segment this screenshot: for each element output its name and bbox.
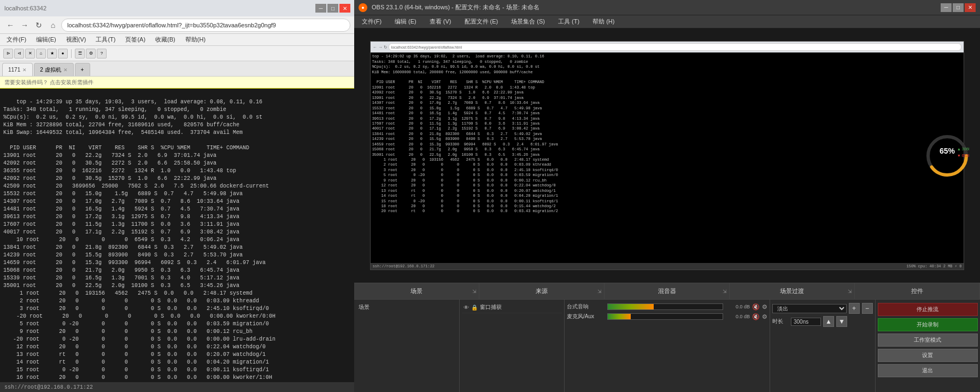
obs-tab-mixer[interactable]: 混音器 ⇲ — [605, 283, 730, 299]
toolbar-btn-2[interactable]: ⊲ — [14, 49, 24, 58]
obs-tab-source[interactable]: 来源 ⇲ — [479, 283, 605, 299]
refresh-button[interactable]: ↻ — [33, 19, 45, 31]
browser-menu-edit[interactable]: 编辑(E) — [32, 34, 61, 45]
start-recording-button[interactable]: 开始录制 — [878, 318, 978, 331]
address-bar[interactable] — [61, 19, 350, 32]
scene-panel-resize[interactable]: ⇲ — [472, 289, 477, 294]
mixer-desktop-settings[interactable]: ⚙ — [762, 303, 767, 311]
transition-duration-input[interactable] — [791, 318, 821, 326]
forward-button[interactable]: → — [19, 19, 31, 31]
svg-text:65%: 65% — [940, 147, 955, 155]
toolbar-btn-7[interactable]: ☰ — [75, 49, 85, 58]
mixer-desktop-label: 台式音响 — [567, 303, 605, 311]
obs-titlebar: ● OBS 23.1.0 (64-bit, windows) - 配置文件: 未… — [354, 0, 980, 15]
browser-statusbar: ssh://root@192.168.0.171:22 — [0, 382, 355, 392]
obs-menubar: 文件(F) 编辑 (E) 查看 (V) 配置文件 (E) 场景集合 (S) 工具… — [354, 15, 980, 28]
browser-menu-tools[interactable]: 工具(T) — [91, 34, 120, 45]
source-eye-icon[interactable]: 👁 — [463, 305, 469, 311]
browser-tab-1171[interactable]: 1171 ✕ — [2, 63, 33, 76]
settings-button[interactable]: 设置 — [878, 349, 978, 362]
transition-panel-resize[interactable]: ⇲ — [848, 289, 852, 294]
exit-button[interactable]: 退出 — [878, 364, 978, 377]
browser-menu-help[interactable]: 帮助(H) — [181, 34, 210, 45]
obs-menu-help[interactable]: 帮助 (H) — [587, 16, 620, 27]
mixer-mic-mute[interactable]: 🔇 — [752, 313, 760, 320]
mixer-desktop-bar — [607, 303, 723, 310]
toolbar-btn-5[interactable]: ★ — [47, 49, 57, 58]
browser-maximize-button[interactable]: □ — [327, 4, 338, 13]
back-button[interactable]: ← — [4, 19, 16, 31]
obs-gauge: 65% ▲ 306K/s ▼ 652K/s — [925, 134, 969, 178]
obs-window: ● OBS 23.1.0 (64-bit, windows) - 配置文件: 未… — [354, 0, 980, 392]
tab-close-1[interactable]: ✕ — [22, 67, 27, 73]
browser-menu-tabs[interactable]: 页签(A) — [121, 34, 150, 45]
obs-menu-view[interactable]: 查看 (V) — [424, 16, 457, 27]
source-item-window-capture: 👁 🔒 窗口捕获 — [462, 302, 562, 313]
obs-screen-capture: ← → ↻ localhost:63342/hwyg/parent/oflafl… — [370, 41, 965, 270]
obs-transition-panel: 淡出 + − 时长 ▲ ▼ — [770, 300, 876, 392]
obs-menu-file[interactable]: 文件(F) — [356, 16, 387, 27]
obs-main: ← → ↻ localhost:63342/hwyg/parent/oflafl… — [354, 28, 980, 392]
source-lock-icon[interactable]: 🔒 — [471, 305, 478, 311]
transition-duration-up[interactable]: ▲ — [823, 316, 834, 327]
obs-panels-content: 场景 👁 🔒 窗口捕获 台式音响 — [354, 299, 980, 392]
obs-menu-profile[interactable]: 配置文件 (E) — [459, 16, 504, 27]
mixer-channel-desktop: 台式音响 0.0 dB 🔇 ⚙ — [567, 302, 767, 312]
mixer-mic-label: 麦克风/Aux — [567, 313, 605, 320]
browser-menu-view[interactable]: 视图(V) — [62, 34, 91, 45]
home-button[interactable]: ⌂ — [47, 19, 59, 31]
obs-panel-tabs: 场景 ⇲ 来源 ⇲ 混音器 ⇲ 场景过渡 ⇲ — [354, 283, 980, 299]
obs-inner-nav: ← → ↻ localhost:63342/hwyg/parent/oflafl… — [371, 42, 964, 52]
obs-maximize-button[interactable]: □ — [953, 3, 964, 12]
transition-add-button[interactable]: + — [849, 303, 860, 314]
obs-menu-scene-collection[interactable]: 场景集合 (S) — [506, 16, 550, 27]
svg-text:▲ 306K/s: ▲ 306K/s — [957, 147, 969, 151]
mixer-mic-db: 0.0 dB — [725, 314, 750, 319]
toolbar-btn-9[interactable]: ? — [97, 49, 107, 58]
browser-minimize-button[interactable]: ─ — [315, 4, 326, 13]
transition-type-control: 淡出 + − — [772, 302, 873, 315]
obs-close-button[interactable]: ✕ — [965, 3, 976, 12]
mixer-mic-bar — [607, 313, 723, 320]
obs-menu-edit[interactable]: 编辑 (E) — [389, 16, 422, 27]
browser-titlebar: localhost:63342 ─ □ ✕ — [0, 0, 355, 16]
obs-icon: ● — [359, 3, 367, 12]
obs-source-panel: 👁 🔒 窗口捕获 — [460, 300, 565, 392]
transition-type-select[interactable]: 淡出 — [772, 304, 847, 313]
obs-tab-transition[interactable]: 场景过渡 ⇲ — [730, 283, 855, 299]
studio-mode-button[interactable]: 工作室模式 — [878, 334, 978, 347]
browser-menu-favorites[interactable]: 收藏(B) — [151, 34, 180, 45]
tab-close-2[interactable]: ✕ — [63, 67, 68, 73]
obs-inner-terminal-content: top - 14:29:02 up 35 days, 19:02, 2 user… — [371, 52, 964, 263]
browser-win-controls: ─ □ ✕ — [315, 4, 350, 13]
browser-close-button[interactable]: ✕ — [339, 4, 350, 13]
stop-streaming-button[interactable]: 停止推流 — [878, 303, 978, 316]
toolbar-btn-8[interactable]: ⚙ — [86, 49, 96, 58]
scene-item-label: 场景 — [359, 303, 369, 311]
obs-inner-statusbar: ssh://root@192.168.0.171:22 150% cpu: 40… — [371, 263, 964, 270]
browser-tab-vm[interactable]: 2 虚拟机 ✕ — [34, 63, 73, 76]
new-tab-button[interactable]: + — [75, 63, 90, 76]
obs-title: OBS 23.1.0 (64-bit, windows) - 配置文件: 未命名… — [372, 3, 936, 11]
source-panel-resize[interactable]: ⇲ — [597, 289, 602, 294]
obs-minimize-button[interactable]: ─ — [941, 3, 952, 12]
obs-tab-controls[interactable]: 控件 — [855, 283, 980, 299]
obs-menu-tools[interactable]: 工具 (T) — [553, 16, 585, 27]
obs-preview: ← → ↻ localhost:63342/hwyg/parent/oflafl… — [354, 28, 980, 283]
toolbar-btn-3[interactable]: ✕ — [25, 49, 35, 58]
source-label: 窗口捕获 — [480, 303, 502, 311]
mixer-mic-settings[interactable]: ⚙ — [762, 313, 767, 320]
transition-duration-down[interactable]: ▼ — [836, 316, 847, 327]
mixer-desktop-mute[interactable]: 🔇 — [752, 303, 760, 311]
browser-menu-file[interactable]: 文件(F) — [2, 34, 31, 45]
mixer-panel-resize[interactable]: ⇲ — [723, 289, 727, 294]
toolbar-btn-1[interactable]: ⊳ — [3, 49, 13, 58]
obs-tab-scene[interactable]: 场景 ⇲ — [354, 283, 479, 299]
toolbar-btn-6[interactable]: ● — [58, 49, 68, 58]
browser-toolbar: ⊳ ⊲ ✕ ⌂ ★ ● ☰ ⚙ ? — [0, 46, 355, 61]
browser-title: localhost:63342 — [4, 5, 46, 11]
transition-remove-button[interactable]: − — [862, 303, 873, 314]
terminal-content: top - 14:29:39 up 35 days, 19:03, 3 user… — [0, 89, 355, 382]
toolbar-btn-4[interactable]: ⌂ — [36, 49, 46, 58]
obs-controls-panel: 停止推流 开始录制 工作室模式 设置 退出 — [876, 300, 981, 392]
